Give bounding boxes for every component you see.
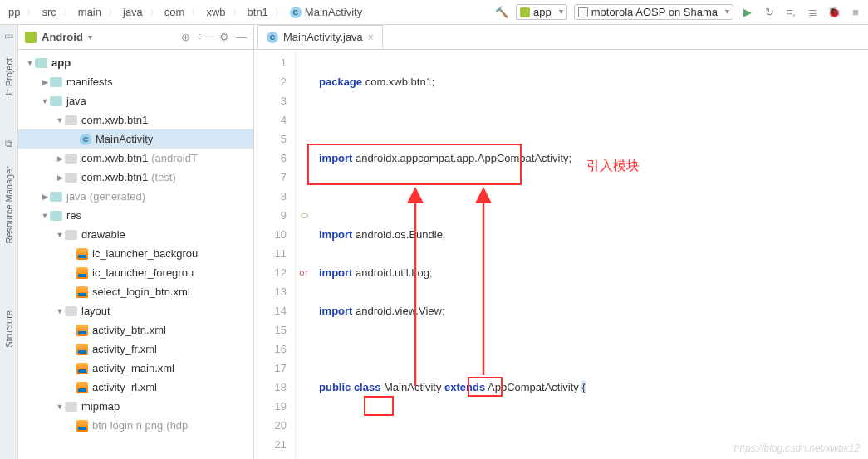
left-tool-strip: ▭ 1: Project ⧉ Resource Manager Structur…: [0, 25, 18, 459]
crumb-com[interactable]: com: [161, 6, 189, 18]
device-phone-icon: [578, 7, 588, 17]
top-toolbar: pp〉 src〉 main〉 java〉 com〉 xwb〉 btn1〉 C M…: [0, 0, 868, 25]
tree-node-activity-fr[interactable]: activity_fr.xml: [18, 339, 253, 359]
profiler-icon[interactable]: ≣: [805, 6, 820, 18]
image-file-icon: [76, 420, 88, 432]
close-tab-icon[interactable]: ×: [368, 32, 374, 43]
collapse-all-icon[interactable]: |: [205, 36, 218, 38]
watermark: https://blog.csdn.net/xwbk12: [734, 442, 860, 454]
folder-icon: [65, 306, 77, 316]
tree-node-mipmap[interactable]: ▼mipmap: [18, 397, 253, 416]
folder-icon: [50, 192, 62, 202]
run-config-label: app: [533, 6, 552, 18]
crumb-mainactivity[interactable]: C MainActivity: [287, 6, 365, 18]
tree-node-mainactivity[interactable]: CMainActivity: [18, 129, 253, 149]
annotation-box-log: [364, 396, 394, 416]
structure-tool-label[interactable]: Structure: [4, 310, 14, 348]
line-gutter: 123456789101112131415161718192021: [254, 50, 296, 459]
xml-file-icon: [76, 382, 88, 393]
resmgr-tool-icon[interactable]: ⧉: [5, 138, 12, 149]
tree-node-activity-rl[interactable]: activity_rl.xml: [18, 378, 253, 397]
folder-icon: [50, 211, 62, 221]
tree-node-ic-bg[interactable]: ic_launcher_backgrou: [18, 244, 253, 263]
class-icon: C: [290, 7, 302, 18]
folder-icon: [65, 402, 77, 412]
stop-icon[interactable]: ■: [848, 6, 863, 18]
tree-node-layout[interactable]: ▼layout: [18, 301, 253, 320]
run-play-icon[interactable]: ▶: [740, 6, 755, 18]
tab-label: MainActivity.java: [283, 31, 363, 43]
folder-icon: [50, 77, 62, 87]
tab-mainactivity[interactable]: C MainActivity.java ×: [257, 25, 383, 49]
package-folder-icon: [65, 173, 77, 183]
build-hammer-icon[interactable]: 🔨: [494, 6, 509, 18]
xml-file-icon: [76, 344, 88, 355]
tree-node-select-login[interactable]: select_login_btn.xml: [18, 282, 253, 301]
project-tool-label[interactable]: 1: Project: [4, 58, 14, 96]
tree-node-res[interactable]: ▼res: [18, 206, 253, 225]
crumb-pp[interactable]: pp: [5, 6, 23, 18]
editor-area: C MainActivity.java × 123456789101112131…: [254, 25, 868, 459]
crumb-java[interactable]: java: [120, 6, 146, 18]
coverage-icon[interactable]: ≡,: [783, 6, 798, 18]
crumb-label: MainActivity: [305, 6, 362, 18]
device-label: motorola AOSP on Shama: [591, 6, 718, 18]
project-sidebar: Android ▾ ⊕ ÷ | ⚙ — ▼app ▶manifests ▼jav…: [18, 25, 254, 459]
tree-node-app[interactable]: ▼app: [18, 53, 253, 72]
xml-file-icon: [76, 286, 88, 298]
crumb-main[interactable]: main: [75, 6, 105, 18]
crumb-sep-icon: 〉: [27, 7, 35, 18]
crumb-src[interactable]: src: [38, 6, 59, 18]
select-opened-icon[interactable]: ⊕: [181, 31, 190, 43]
chevron-down-icon[interactable]: ▾: [88, 32, 92, 42]
tree-node-pkg3[interactable]: ▶com.xwb.btn1(test): [18, 168, 253, 187]
tree-node-java-gen[interactable]: ▶java(generated): [18, 187, 253, 206]
refresh-icon[interactable]: ↻: [762, 6, 777, 18]
tree-node-java[interactable]: ▼java: [18, 91, 253, 110]
tree-node-pkg2[interactable]: ▶com.xwb.btn1(androidT: [18, 149, 253, 168]
package-folder-icon: [65, 154, 77, 164]
project-tree[interactable]: ▼app ▶manifests ▼java ▼com.xwb.btn1 CMai…: [18, 50, 253, 459]
resmgr-tool-label[interactable]: Resource Manager: [4, 166, 14, 244]
debug-bug-icon[interactable]: 🐞: [826, 6, 841, 18]
hide-sidebar-icon[interactable]: —: [236, 31, 247, 43]
xml-file-icon: [76, 325, 88, 336]
project-sidebar-header: Android ▾ ⊕ ÷ | ⚙ —: [18, 25, 253, 50]
xml-file-icon: [76, 248, 88, 260]
class-icon: C: [267, 32, 278, 43]
package-folder-icon: [65, 115, 77, 125]
xml-file-icon: [76, 363, 88, 374]
crumb-btn1[interactable]: btn1: [244, 6, 272, 18]
tree-node-manifests[interactable]: ▶manifests: [18, 72, 253, 91]
annotation-label: 引入模块: [586, 156, 640, 175]
project-tool-icon[interactable]: ▭: [4, 30, 13, 42]
android-robot-icon: [25, 32, 37, 43]
gutter-markers: ⬭o↑: [296, 50, 312, 459]
expand-all-icon[interactable]: ÷: [197, 31, 203, 43]
folder-icon: [50, 96, 62, 106]
module-folder-icon: [35, 58, 47, 68]
code-area[interactable]: 123456789101112131415161718192021 ⬭o↑ pa…: [254, 50, 868, 459]
tree-node-drawable[interactable]: ▼drawable: [18, 225, 253, 244]
code-text[interactable]: package com.xwb.btn1; import androidx.ap…: [312, 50, 868, 459]
crumb-xwb[interactable]: xwb: [203, 6, 228, 18]
android-robot-icon: [520, 7, 530, 17]
run-config-combo[interactable]: app: [516, 4, 567, 20]
tree-node-activity-btn[interactable]: activity_btn.xml: [18, 320, 253, 339]
tree-node-activity-main[interactable]: activity_main.xml: [18, 359, 253, 378]
tree-node-pkg1[interactable]: ▼com.xwb.btn1: [18, 110, 253, 129]
device-combo[interactable]: motorola AOSP on Shama: [574, 4, 733, 20]
project-view-mode[interactable]: Android: [42, 31, 83, 43]
xml-file-icon: [76, 267, 88, 279]
tree-node-ic-fg[interactable]: ic_launcher_foregrou: [18, 263, 253, 282]
class-icon: C: [80, 134, 91, 145]
tree-node-btn-login-png[interactable]: btn login n png(hdp: [18, 416, 253, 435]
folder-icon: [65, 230, 77, 240]
editor-tabs: C MainActivity.java ×: [254, 25, 868, 50]
gear-icon[interactable]: ⚙: [219, 31, 229, 43]
